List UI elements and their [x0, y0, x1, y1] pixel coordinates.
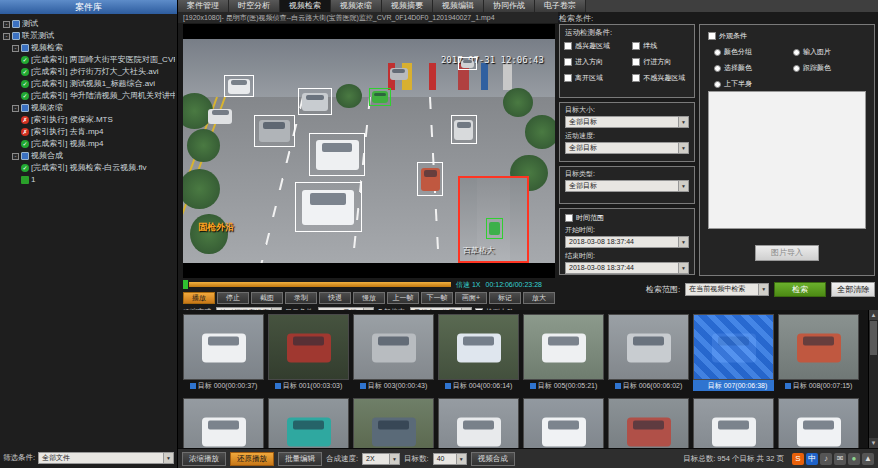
tree-item[interactable]: -测试	[3, 18, 175, 30]
tray-icon-1[interactable]: S	[792, 453, 804, 465]
menu-tab-5[interactable]: 视频摘要	[382, 0, 433, 12]
pip-zoom-window[interactable]: 百草椿大	[458, 176, 529, 263]
tree-item[interactable]: ✓[完成索引] 华升陆清视频_六周机关对讲中心.avi	[3, 90, 175, 102]
menu-tab-6[interactable]: 视频编辑	[433, 0, 484, 12]
video-control-6-button[interactable]: 慢放	[353, 292, 385, 304]
tree-item[interactable]: 1	[3, 174, 175, 186]
result-thumbnail-3[interactable]: 目标 003(00:00:43)	[353, 314, 434, 391]
menu-tab-8[interactable]: 电子卷宗	[535, 0, 586, 12]
progress-marker[interactable]	[183, 280, 188, 289]
video-control-5-button[interactable]: 快退	[319, 292, 351, 304]
result-thumbnail-1[interactable]: 目标 000(00:00:37)	[183, 314, 264, 391]
video-control-1-button[interactable]: 播放	[183, 292, 215, 304]
scroll-down-icon[interactable]: ▼	[869, 438, 878, 448]
radio-button[interactable]	[714, 81, 721, 88]
expand-toggle-icon[interactable]: -	[12, 105, 19, 112]
compose-speed-select[interactable]: 2X ▼	[362, 453, 400, 465]
target-size-select[interactable]: 全部目标 ▼	[565, 116, 689, 128]
progress-bar[interactable]	[189, 282, 451, 287]
appearance-checkbox[interactable]	[708, 32, 716, 40]
expand-toggle-icon[interactable]: -	[12, 153, 19, 160]
tree-item[interactable]: ✓[完成索引] 视频.mp4	[3, 138, 175, 150]
video-control-7-button[interactable]: 上一帧	[387, 292, 419, 304]
tree-item[interactable]: ✓[完成索引] 步行街万灯大_大社头.avi	[3, 66, 175, 78]
expand-toggle-icon[interactable]: -	[3, 33, 10, 40]
start-time-select[interactable]: 2018-03-08 18:37:44 ▼	[565, 236, 689, 248]
image-import-button[interactable]: 图片导入	[755, 245, 819, 261]
tree-item[interactable]: -视频检索	[3, 42, 175, 54]
checkbox[interactable]	[632, 42, 640, 50]
color-sample-listbox[interactable]	[708, 91, 866, 229]
tree-item[interactable]: -联景测试	[3, 30, 175, 42]
video-control-2-button[interactable]: 停止	[217, 292, 249, 304]
video-compose-button[interactable]: 视频合成	[471, 452, 515, 466]
tray-icon-4[interactable]: ✉	[834, 453, 846, 465]
checkbox[interactable]	[564, 42, 572, 50]
tree-item[interactable]: ✗[索引执行] 去肯.mp4	[3, 126, 175, 138]
result-thumbnail-6[interactable]: 目标 006(00:06:02)	[608, 314, 689, 391]
target-type-select[interactable]: 全部目标 ▼	[565, 180, 689, 192]
tree-item[interactable]: ✓[完成索引] 两面峰大街平安医院对面_CVR_0F14ED...	[3, 54, 175, 66]
target-count-select[interactable]: 40 ▼	[433, 453, 467, 465]
tree-item[interactable]: ✗[索引执行] 侯保家.MTS	[3, 114, 175, 126]
radio-button[interactable]	[714, 49, 721, 56]
appearance-radio-3: 选择颜色	[714, 63, 791, 73]
result-thumbnail-5[interactable]: 目标 005(00:05:21)	[523, 314, 604, 391]
result-thumbnail-2[interactable]: 目标 010(00:08:02)	[268, 398, 349, 448]
video-control-11-button[interactable]: 放大	[523, 292, 555, 304]
tree-item[interactable]: -视频浓缩	[3, 102, 175, 114]
tray-icon-5[interactable]: ●	[848, 453, 860, 465]
time-range-checkbox[interactable]	[565, 214, 573, 222]
checkbox[interactable]	[564, 58, 572, 66]
radio-button[interactable]	[793, 49, 800, 56]
tree-item[interactable]: ✓[完成索引] 测试视频1_标题综合.avi	[3, 78, 175, 90]
video-control-8-button[interactable]: 下一帧	[421, 292, 453, 304]
result-thumbnail-8[interactable]: 目标 016(00:10:40)	[778, 398, 859, 448]
file-filter-select[interactable]: 全部文件 ▼	[38, 452, 174, 464]
result-thumbnail-4[interactable]: 目标 004(00:06:14)	[438, 314, 519, 391]
result-thumbnail-2[interactable]: 目标 001(00:03:03)	[268, 314, 349, 391]
condensed-play-button[interactable]: 浓缩播放	[182, 452, 226, 466]
video-control-3-button[interactable]: 截图	[251, 292, 283, 304]
end-time-select[interactable]: 2018-03-08 18:37:44 ▼	[565, 262, 689, 274]
radio-button[interactable]	[714, 65, 721, 72]
motion-speed-select[interactable]: 全部目标 ▼	[565, 142, 689, 154]
video-control-4-button[interactable]: 录制	[285, 292, 317, 304]
video-control-9-button[interactable]: 画面+	[455, 292, 487, 304]
checkbox[interactable]	[632, 74, 640, 82]
clear-all-button[interactable]: 全部清除	[831, 282, 875, 297]
tray-icon-2[interactable]: 中	[806, 453, 818, 465]
menu-tab-4[interactable]: 视频浓缩	[331, 0, 382, 12]
result-thumbnail-6[interactable]: 目标 014(00:09:47)	[608, 398, 689, 448]
menu-tab-1[interactable]: 案件管理	[178, 0, 229, 12]
tree-item[interactable]: -视频合成	[3, 150, 175, 162]
menu-tab-2[interactable]: 时空分析	[229, 0, 280, 12]
batch-edit-button[interactable]: 批量编辑	[278, 452, 322, 466]
result-thumbnail-8[interactable]: 目标 008(00:07:15)	[778, 314, 859, 391]
checkbox[interactable]	[632, 58, 640, 66]
result-thumbnail-1[interactable]: 目标 009(00:07:40)	[183, 398, 264, 448]
tree-item[interactable]: ✓[完成索引] 视频检索-白云视频.flv	[3, 162, 175, 174]
tray-icon-6[interactable]: ▲	[862, 453, 874, 465]
result-thumbnail-4[interactable]: 目标 012(00:08:55)	[438, 398, 519, 448]
video-player[interactable]: 2017-07-31 12:06:43 固枪外沿 百草椿大	[183, 24, 555, 278]
results-scrollbar[interactable]: ▲ ▼	[868, 310, 878, 448]
tray-icon-3[interactable]: ♪	[820, 453, 832, 465]
restore-play-button[interactable]: 还原播放	[230, 452, 274, 466]
scrollbar-thumb[interactable]	[870, 321, 877, 355]
menu-tab-3[interactable]: 视频检索	[280, 0, 331, 12]
radio-button[interactable]	[793, 65, 800, 72]
result-thumbnail-3[interactable]: 目标 011(00:08:29)	[353, 398, 434, 448]
checkbox[interactable]	[564, 74, 572, 82]
result-thumbnail-7[interactable]: 目标 015(00:10:12)	[693, 398, 774, 448]
expand-toggle-icon[interactable]: -	[12, 45, 19, 52]
result-thumbnail-7[interactable]: 目标 007(00:06:38)	[693, 314, 774, 391]
search-scope-select[interactable]: 在当前视频中检索 ▼	[685, 283, 769, 296]
result-thumbnail-5[interactable]: 目标 013(00:09:18)	[523, 398, 604, 448]
thumbnail-image	[353, 398, 434, 448]
search-button[interactable]: 检索	[774, 282, 826, 297]
scroll-up-icon[interactable]: ▲	[869, 310, 878, 320]
expand-toggle-icon[interactable]: -	[3, 21, 10, 28]
video-control-10-button[interactable]: 标记	[489, 292, 521, 304]
menu-tab-7[interactable]: 协同作战	[484, 0, 535, 12]
